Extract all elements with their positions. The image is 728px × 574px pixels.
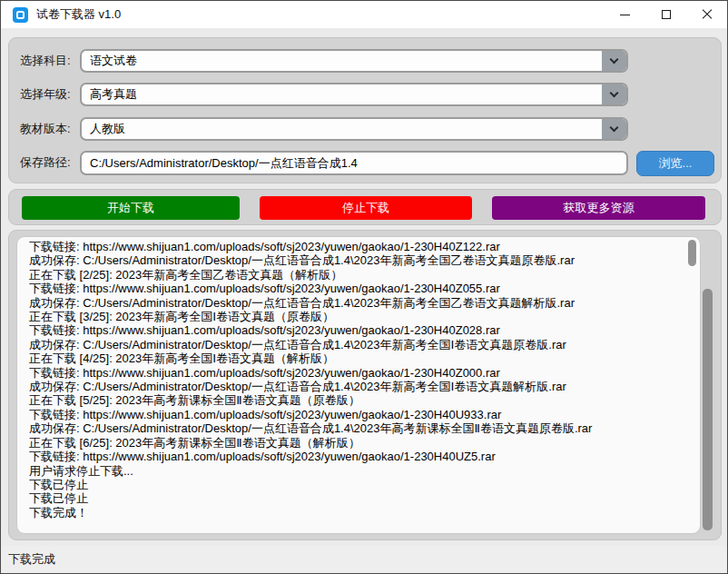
window-title: 试卷下载器 v1.0 [36,6,121,23]
close-button[interactable] [686,1,727,28]
log-line: 成功保存: C:/Users/Administrator/Desktop/一点红… [29,380,694,393]
textbook-select[interactable]: 人教版 [80,117,628,141]
app-logo-icon [13,7,28,23]
log-line: 用户请求停止下载... [29,464,694,478]
log-line: 下载链接: https://www.shijuan1.com/uploads/s… [29,408,694,421]
grade-select[interactable]: 高考真题 [80,83,628,106]
log-line: 下载已停止 [29,478,694,491]
log-line: 下载链接: https://www.shijuan1.com/uploads/s… [29,282,694,295]
log-line: 下载完成！ [29,506,694,520]
log-line: 成功保存: C:/Users/Administrator/Desktop/一点红… [29,253,694,267]
log-inner-scrollbar-thumb[interactable] [688,240,696,266]
log-scrollbar-thumb[interactable] [703,289,713,530]
log-line: 下载链接: https://www.shijuan1.com/uploads/s… [29,450,694,463]
chevron-down-icon [610,88,619,97]
start-download-button[interactable]: 开始下载 [22,196,240,220]
grade-selected-value: 高考真题 [82,86,602,103]
subject-dropdown-button[interactable] [602,51,626,71]
log-line: 正在下载 [6/25]: 2023年高考新课标全国Ⅱ卷语文真题（解析版） [29,436,694,450]
log-line: 正在下载 [5/25]: 2023年高考新课标全国Ⅱ卷语文真题（原卷版） [29,393,694,407]
minimize-button[interactable] [605,1,645,28]
subject-select[interactable]: 语文试卷 [80,49,628,73]
log-panel: 下载链接: https://www.shijuan1.com/uploads/s… [8,230,722,540]
get-more-resources-button[interactable]: 获取更多资源 [492,196,705,220]
download-log[interactable]: 下载链接: https://www.shijuan1.com/uploads/s… [16,236,701,534]
minimize-icon [620,15,630,15]
log-line: 成功保存: C:/Users/Administrator/Desktop/一点红… [29,421,694,435]
log-line: 下载链接: https://www.shijuan1.com/uploads/s… [29,240,694,253]
stop-download-button[interactable]: 停止下载 [260,196,472,220]
savepath-label: 保存路径: [20,151,71,174]
savepath-input[interactable] [80,151,628,175]
browse-button[interactable]: 浏览... [636,151,714,176]
log-line: 成功保存: C:/Users/Administrator/Desktop/一点红… [29,338,694,351]
actions-panel: 开始下载 停止下载 获取更多资源 [8,189,722,225]
log-line: 正在下载 [4/25]: 2023年新高考全国Ⅰ卷语文真题（解析版） [29,351,694,365]
log-line: 正在下载 [2/25]: 2023年新高考全国乙卷语文真题（解析版） [29,268,694,282]
status-text: 下载完成 [8,551,55,568]
titlebar[interactable]: 试卷下载器 v1.0 [1,1,727,28]
chevron-down-icon [610,54,619,64]
textbook-selected-value: 人教版 [82,121,602,137]
chevron-down-icon [610,123,619,132]
textbook-label: 教材版本: [20,117,71,141]
log-line: 成功保存: C:/Users/Administrator/Desktop/一点红… [29,296,694,310]
statusbar: 下载完成 [1,546,727,573]
grade-dropdown-button[interactable] [602,84,626,104]
log-line: 下载已停止 [29,491,694,505]
textbook-dropdown-button[interactable] [602,119,626,139]
window-controls [605,1,727,28]
form-panel: 选择科目: 语文试卷 选择年级: 高考真题 教材版本: 人教版 保存路径: 浏览… [8,37,722,183]
grade-label: 选择年级: [20,83,71,106]
log-line: 下载链接: https://www.shijuan1.com/uploads/s… [29,323,694,337]
maximize-icon [662,10,671,19]
log-line: 下载链接: https://www.shijuan1.com/uploads/s… [29,366,694,380]
log-line: 正在下载 [3/25]: 2023年新高考全国Ⅰ卷语文真题（原卷版） [29,310,694,323]
close-icon [702,9,713,20]
maximize-button[interactable] [645,1,686,28]
subject-label: 选择科目: [20,49,71,73]
subject-selected-value: 语文试卷 [82,53,602,69]
